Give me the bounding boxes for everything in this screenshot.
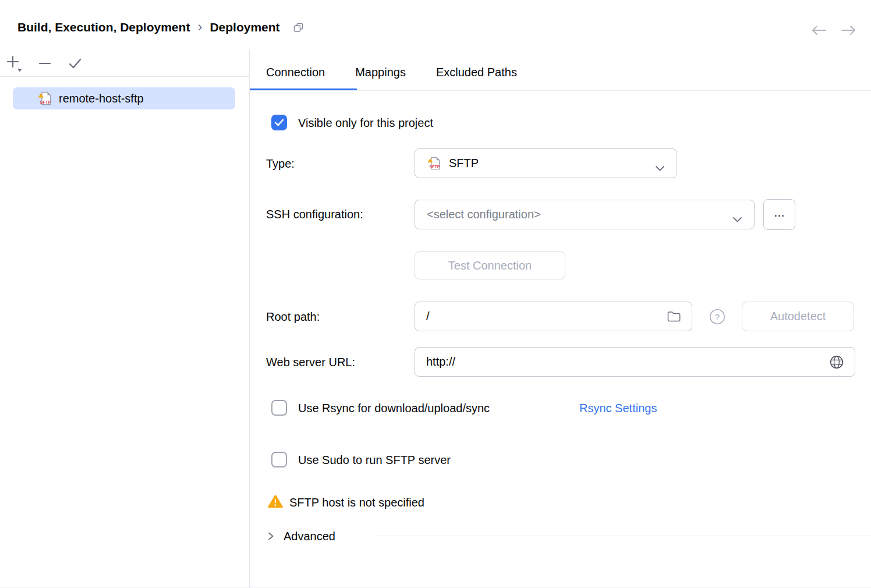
remove-server-button[interactable] [35,54,55,73]
root-path-label: Root path: [266,309,320,324]
add-server-button[interactable] [5,54,24,73]
root-path-input[interactable] [415,302,692,331]
advanced-section-toggle[interactable]: Advanced [267,527,335,546]
forward-arrow-button[interactable] [840,22,857,38]
chevron-down-icon [655,161,665,175]
ssh-browse-button[interactable]: ... [763,199,795,230]
settings-deployment-page: Build, Execution, Deployment › Deploymen… [0,0,871,588]
toolbar-divider [0,76,249,77]
globe-icon [829,355,844,370]
warning-icon [268,494,283,511]
sftp-file-icon: SFTP [37,91,52,106]
ssh-configuration-label: SSH configuration: [266,207,363,222]
breadcrumb: Build, Execution, Deployment › Deploymen… [17,17,303,37]
back-arrow-button[interactable] [810,22,828,38]
svg-text:SFTP: SFTP [40,100,51,105]
rsync-settings-link[interactable]: Rsync Settings [579,401,657,416]
svg-text:?: ? [715,312,720,322]
use-rsync-label[interactable]: Use Rsync for download/upload/sync [298,401,490,416]
apply-changes-button[interactable] [65,54,85,73]
sftp-type-icon: SFTP [427,156,441,171]
warning-text: SFTP host is not specified [289,495,424,510]
breadcrumb-current[interactable]: Deployment [210,20,279,34]
use-sudo-label[interactable]: Use Sudo to run SFTP server [298,452,451,467]
web-server-url-label: Web server URL: [266,355,355,370]
tabs-divider [250,90,871,91]
use-rsync-checkbox[interactable] [271,400,287,416]
visible-only-checkbox[interactable] [271,115,287,130]
tab-connection[interactable]: Connection [266,63,325,81]
panel-divider [249,49,250,588]
checkmark-icon [67,55,83,72]
type-label: Type: [266,156,295,171]
tab-bar: Connection Mappings Excluded Paths [266,63,517,81]
bottom-divider [0,587,871,587]
check-icon [274,119,284,126]
breadcrumb-root[interactable]: Build, Execution, Deployment [17,20,190,34]
breadcrumb-separator-icon: › [197,21,202,34]
autodetect-button[interactable]: Autodetect [742,302,854,331]
chevron-right-icon [267,532,274,541]
help-icon[interactable]: ? [709,309,725,325]
folder-icon[interactable] [667,311,681,322]
svg-text:SFTP: SFTP [429,165,440,169]
plus-icon [5,54,24,73]
server-name: remote-host-sftp [59,92,144,105]
tab-mappings[interactable]: Mappings [355,63,406,81]
minus-icon [37,55,53,72]
type-select[interactable]: SFTP SFTP [415,148,677,178]
chevron-down-icon [732,212,742,226]
ssh-configuration-select[interactable]: <select configuration> [415,200,755,229]
advanced-divider [373,536,871,536]
server-list-toolbar [5,54,85,73]
server-list-item-remote-host-sftp[interactable]: SFTP remote-host-sftp [13,87,235,109]
use-sudo-checkbox[interactable] [271,452,287,467]
tab-excluded-paths[interactable]: Excluded Paths [436,63,517,81]
web-server-url-input[interactable] [415,347,855,377]
type-select-value: SFTP [449,157,479,170]
test-connection-button[interactable]: Test Connection [415,252,565,279]
visible-only-label[interactable]: Visible only for this project [298,115,433,130]
copy-settings-icon[interactable] [293,23,303,33]
advanced-label: Advanced [284,530,335,543]
ssh-configuration-value: <select configuration> [427,208,541,221]
